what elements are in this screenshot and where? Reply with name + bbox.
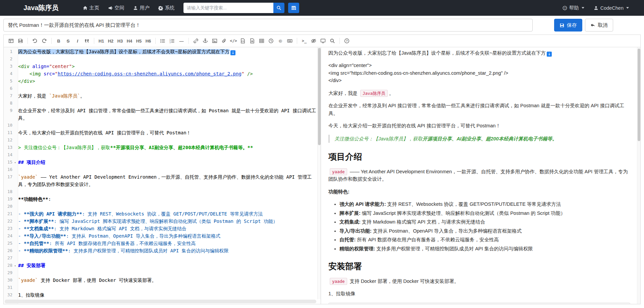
nav-item-label: 用户 [140, 5, 150, 11]
toolbar-redo-button[interactable] [40, 37, 49, 45]
toolbar-quote-button[interactable] [82, 37, 92, 45]
scrollbar-thumb[interactable] [318, 48, 321, 145]
nav-item-users[interactable]: 用户 [133, 5, 150, 11]
toolbar-copyright-button[interactable]: © [276, 37, 285, 45]
code-line[interactable]: 3<div align="center"> [4, 63, 317, 70]
line-number: 19 [4, 195, 15, 203]
toolbar-search-button[interactable] [328, 37, 337, 45]
toolbar-table-button[interactable] [257, 37, 266, 45]
code-line[interactable]: 12 [4, 136, 317, 144]
toolbar-h1-button[interactable]: H1 [97, 37, 106, 45]
toolbar-italic-button[interactable]: I [73, 37, 82, 45]
code-line[interactable]: 31 [4, 284, 317, 291]
editor-toolbar: BSIH1H2H3H4H5H6123—</>©>_? [4, 35, 640, 47]
toolbar-window-button[interactable] [6, 37, 16, 45]
fold-arrow-icon[interactable]: ▾ [14, 159, 16, 166]
code-line[interactable]: 29 [4, 269, 317, 276]
toolbar-undo-button[interactable] [30, 37, 40, 45]
code-line[interactable]: 18 [4, 188, 317, 195]
nav-item-label: 系统 [165, 5, 175, 11]
code-line[interactable]: 9在企业开发中，经常涉及到 API 接口管理，常常会借助一些工具来进行接口请求调… [4, 107, 317, 122]
save-button-label: 保存 [567, 22, 577, 28]
code-line[interactable]: 7大家好，我是 `Java陈序员`。 [4, 92, 317, 100]
code-line[interactable]: 22- **脚本扩展**: 编写 JavaScript 脚本实现请求预处理、响应… [4, 218, 317, 225]
editor-vertical-scrollbar[interactable] [317, 47, 321, 299]
cancel-button-label: 取消 [598, 22, 608, 28]
toolbar-h3-button[interactable]: H3 [115, 37, 125, 45]
code-line[interactable]: 17`yaade` —— Yet Another API Development… [4, 173, 317, 188]
toolbar-datetime-button[interactable] [266, 37, 276, 45]
line-number: 25 [4, 240, 15, 247]
toolbar-attachment-button[interactable] [219, 37, 229, 45]
save-button[interactable]: 保存 [554, 19, 582, 32]
toolbar-divider [297, 38, 297, 44]
code-line[interactable]: 321、拉取镜像 [4, 291, 317, 299]
code-line[interactable]: 16 [4, 166, 317, 173]
code-line[interactable]: 28▾## 安装部署 [4, 262, 317, 269]
line-number: 23 [4, 225, 15, 232]
nav-item-space[interactable]: 空间 [108, 5, 124, 11]
fold-arrow-icon[interactable]: ▾ [14, 262, 16, 269]
code-line[interactable]: 15▾## 项目介绍 [4, 159, 317, 166]
code-line[interactable]: 6 [4, 85, 317, 92]
toolbar-h6-button[interactable]: H6 [144, 37, 153, 45]
toolbar-help-button[interactable]: ? [342, 37, 352, 45]
toolbar-save-button[interactable] [16, 37, 25, 45]
toolbar-keyboard-button[interactable] [285, 37, 294, 45]
code-line[interactable]: 30`yaade` 支持 Docker 部署，使用 Docker 可快速安装部署… [4, 276, 317, 284]
nav-item-system[interactable]: 系统 [158, 5, 175, 11]
help-menu[interactable]: ? 帮助 [562, 5, 584, 11]
search-button[interactable] [273, 3, 284, 13]
toolbar-list-ul-button[interactable] [158, 37, 167, 45]
code-line[interactable]: 4 <img src="https://chen-coding.oss-cn-s… [4, 70, 317, 77]
markdown-source-pane[interactable]: 1因为公众号改版，大家别忘了给【Java陈序员】设个星标，后续才不会失联~星标的… [4, 47, 321, 304]
preview-content: 因为公众号改版，大家别忘了给【Java陈序员】设个星标，后续才不会失联~星标的设… [328, 49, 630, 304]
toolbar-strikethrough-button[interactable]: S [63, 37, 73, 45]
preview-pane[interactable]: 因为公众号改版，大家别忘了给【Java陈序员】设个星标，后续才不会失联~星标的设… [321, 47, 640, 304]
code-line[interactable]: 27 [4, 254, 317, 262]
code-line[interactable]: 26- **精细的权限管理**: 支持多用户权限管理，可精细控制团队成员对 AP… [4, 247, 317, 254]
preview-list-item: 脚本扩展: 编写 JavaScript 脚本实现请求预处理、响应解析和自动化测试… [339, 209, 630, 217]
code-line[interactable]: 19**功能特色**: [4, 195, 317, 203]
toolbar-html-block-button[interactable] [248, 37, 257, 45]
search-input[interactable] [183, 3, 273, 13]
toolbar-h4-button[interactable]: H4 [125, 37, 134, 45]
code-line[interactable]: 2 [4, 55, 317, 63]
toolbar-anchor-button[interactable] [201, 37, 210, 45]
apps-grid-button[interactable] [288, 3, 299, 13]
line-number: 24 [4, 232, 15, 240]
toolbar-h2-button[interactable]: H2 [106, 37, 115, 45]
toolbar-horizontal-rule-button[interactable]: — [177, 37, 186, 45]
code-line[interactable]: 24- **导入/导出功能**: 支持从 Postman、OpenAPI 导入集… [4, 232, 317, 240]
code-line[interactable]: 11今天，给大家介绍一款开源自托管的在线 API 接口管理平台，可替代 Post… [4, 129, 317, 136]
toolbar-image-button[interactable] [210, 37, 219, 45]
code-line[interactable]: 1因为公众号改版，大家别忘了给【Java陈序员】设个星标，后续才不会失联~星标的… [4, 48, 317, 55]
code-line[interactable]: 20 [4, 203, 317, 210]
toolbar-eye-slash-button[interactable] [309, 37, 318, 45]
toolbar-code-block-button[interactable] [238, 37, 248, 45]
toolbar-h5-button[interactable]: H5 [134, 37, 144, 45]
toolbar-monitor-button[interactable] [318, 37, 328, 45]
nav-item-home[interactable]: 主页 [83, 5, 99, 11]
user-menu[interactable]: CodeChen [594, 5, 629, 11]
code-line[interactable]: 10 [4, 122, 317, 129]
code-line[interactable]: 23- **文档集成**: 支持 Markdown 格式编写 API 文档，与请… [4, 225, 317, 232]
toolbar-list-ol-button[interactable]: 123 [167, 37, 177, 45]
preview-vertical-scrollbar[interactable] [637, 47, 640, 304]
toolbar-bold-button[interactable]: B [54, 37, 63, 45]
code-line[interactable]: 8 [4, 100, 317, 107]
toolbar-inline-code-button[interactable]: </> [229, 37, 238, 45]
post-title-input[interactable] [3, 19, 533, 32]
toolbar-link-button[interactable] [191, 37, 201, 45]
line-number: 29 [4, 269, 15, 276]
toolbar-terminal-button[interactable]: >_ [300, 37, 309, 45]
code-line[interactable]: 14 [4, 151, 317, 159]
editor-horizontal-scrollbar[interactable] [5, 300, 316, 303]
code-line[interactable]: 13> 关注微信公众号：【Java陈序员】，获取**开源项目分享、AI副业分享、… [4, 144, 317, 151]
scrollbar-thumb[interactable] [638, 49, 640, 141]
brand[interactable]: Java陈序员 [23, 3, 59, 12]
code-line[interactable]: 5</div> [4, 77, 317, 85]
code-line[interactable]: 21- **强大的 API 请求能力**: 支持 REST、Websockets… [4, 210, 317, 218]
cancel-button[interactable]: 取消 [585, 19, 613, 32]
code-line[interactable]: 25- **自托管**: 所有 API 数据存储在用户自有服务器，不依赖云端服务… [4, 240, 317, 247]
